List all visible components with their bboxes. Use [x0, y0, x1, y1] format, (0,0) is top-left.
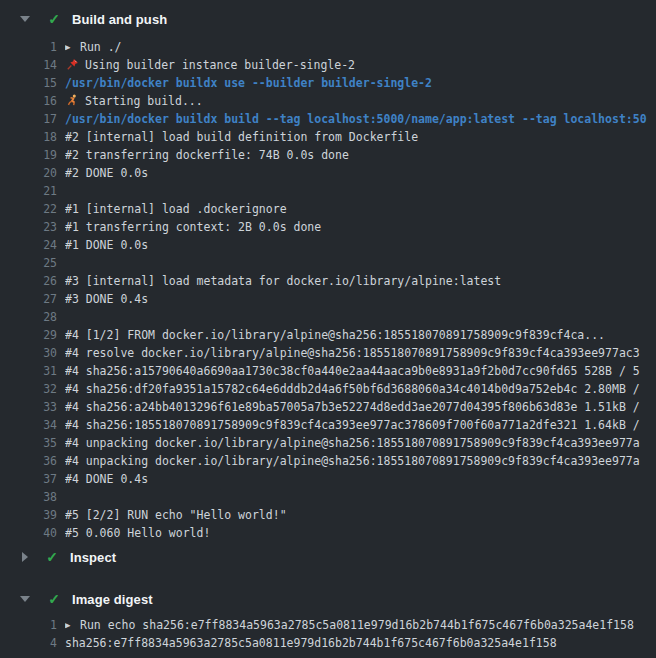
log-line-number[interactable]: 26	[0, 272, 57, 290]
log-line-number[interactable]: 34	[0, 416, 57, 434]
log-line-text: sha256:e7ff8834a5963a2785c5a0811e979d16b…	[65, 634, 656, 652]
log-line-number[interactable]: 21	[0, 182, 57, 200]
log-line-number[interactable]: 39	[0, 506, 57, 524]
log-line: 21	[0, 182, 656, 200]
log-line: 32#4 sha256:df20fa9351a15782c64e6dddb2d4…	[0, 380, 656, 398]
log-line-number[interactable]: 1	[0, 616, 57, 634]
log-line-text: /usr/bin/docker buildx build --tag local…	[65, 110, 656, 128]
log-line-text: #4 sha256:185518070891758909c9f839cf4ca3…	[65, 416, 656, 434]
log-line: 23#1 transferring context: 2B 0.0s done	[0, 218, 656, 236]
pushpin-icon	[65, 58, 80, 71]
log-line-number[interactable]: 23	[0, 218, 57, 236]
log-line-text: #2 DONE 0.0s	[65, 164, 656, 182]
log-line-number[interactable]: 4	[0, 634, 57, 652]
log-line-text: Starting build...	[65, 92, 656, 110]
log-line-text: #4 unpacking docker.io/library/alpine@sh…	[65, 452, 656, 470]
log-line: 19#2 transferring dockerfile: 74B 0.0s d…	[0, 146, 656, 164]
log-line: 17/usr/bin/docker buildx build --tag loc…	[0, 110, 656, 128]
section-build-and-push: ✓ Build and push 1▶Run ./14Using builder…	[0, 6, 656, 542]
log-line-number[interactable]: 20	[0, 164, 57, 182]
log-line: 33#4 sha256:a24bb4013296f61e89ba57005a7b…	[0, 398, 656, 416]
log-line-number[interactable]: 31	[0, 362, 57, 380]
log-line-number[interactable]: 35	[0, 434, 57, 452]
log-line-number[interactable]: 17	[0, 110, 57, 128]
chevron-down-icon[interactable]	[20, 16, 30, 22]
log-line-number[interactable]: 22	[0, 200, 57, 218]
log-line-number[interactable]: 32	[0, 380, 57, 398]
section-title-inspect: Inspect	[70, 550, 116, 565]
log-line-number[interactable]: 37	[0, 470, 57, 488]
log-line: 39#5 [2/2] RUN echo "Hello world!"	[0, 506, 656, 524]
expand-group-icon[interactable]: ▶	[65, 38, 80, 56]
log-line-number[interactable]: 27	[0, 290, 57, 308]
log-line-number[interactable]: 25	[0, 254, 57, 272]
log-line-text: #2 transferring dockerfile: 74B 0.0s don…	[65, 146, 656, 164]
log-line-text: #1 DONE 0.0s	[65, 236, 656, 254]
log-line-text: #4 DONE 0.4s	[65, 470, 656, 488]
log-line: 27#3 DONE 0.4s	[0, 290, 656, 308]
log-line: 1▶Run ./	[0, 38, 656, 56]
log-line: 40#5 0.060 Hello world!	[0, 524, 656, 542]
log-line: 16Starting build...	[0, 92, 656, 110]
log-line-number[interactable]: 14	[0, 56, 57, 74]
section-header-image-digest[interactable]: ✓ Image digest	[0, 586, 656, 612]
section-title-image-digest: Image digest	[72, 592, 153, 607]
log-line: 18#2 [internal] load build definition fr…	[0, 128, 656, 146]
runner-icon	[65, 94, 80, 107]
log-line-text: #5 0.060 Hello world!	[65, 524, 656, 542]
log-line-number[interactable]: 29	[0, 326, 57, 344]
section-header-inspect[interactable]: ✓ Inspect	[0, 544, 656, 570]
log-line-number[interactable]: 38	[0, 488, 57, 506]
log-line-text	[65, 254, 656, 272]
log-line-number[interactable]: 16	[0, 92, 57, 110]
log-line: 22#1 [internal] load .dockerignore	[0, 200, 656, 218]
log-line-text: #4 resolve docker.io/library/alpine@sha2…	[65, 344, 656, 362]
chevron-down-icon[interactable]	[20, 596, 30, 602]
log-line: 26#3 [internal] load metadata for docker…	[0, 272, 656, 290]
log-line-number[interactable]: 28	[0, 308, 57, 326]
chevron-right-icon[interactable]	[22, 552, 28, 562]
log-line-text: #3 [internal] load metadata for docker.i…	[65, 272, 656, 290]
log-line: 28	[0, 308, 656, 326]
log-line-text: #4 sha256:a15790640a6690aa1730c38cf0a440…	[65, 362, 656, 380]
log-line-text	[65, 488, 656, 506]
log-line: 14Using builder instance builder-single-…	[0, 56, 656, 74]
log-line-text: #1 transferring context: 2B 0.0s done	[65, 218, 656, 236]
section-image-digest: ✓ Image digest 1▶Run echo sha256:e7ff883…	[0, 586, 656, 652]
log-line-number[interactable]: 18	[0, 128, 57, 146]
log-line: 20#2 DONE 0.0s	[0, 164, 656, 182]
expand-group-icon[interactable]: ▶	[65, 616, 80, 634]
log-line-text: /usr/bin/docker buildx use --builder bui…	[65, 74, 656, 92]
log-group-toggle[interactable]: ▶Run ./	[65, 38, 656, 56]
log-line-number[interactable]: 36	[0, 452, 57, 470]
section-inspect: ✓ Inspect	[0, 544, 656, 570]
log-line-number[interactable]: 24	[0, 236, 57, 254]
log-line: 29#4 [1/2] FROM docker.io/library/alpine…	[0, 326, 656, 344]
log-line-number[interactable]: 15	[0, 74, 57, 92]
log-line-text	[65, 182, 656, 200]
log-line-text: #5 [2/2] RUN echo "Hello world!"	[65, 506, 656, 524]
log-line-number[interactable]: 19	[0, 146, 57, 164]
log-line: 35#4 unpacking docker.io/library/alpine@…	[0, 434, 656, 452]
log-line: 30#4 resolve docker.io/library/alpine@sh…	[0, 344, 656, 362]
log-line-number[interactable]: 1	[0, 38, 57, 56]
log-lines-build-and-push: 1▶Run ./14Using builder instance builder…	[0, 38, 656, 542]
section-header-build-and-push[interactable]: ✓ Build and push	[0, 6, 656, 32]
log-line-number[interactable]: 40	[0, 524, 57, 542]
log-line: 37#4 DONE 0.4s	[0, 470, 656, 488]
section-title-build-and-push: Build and push	[72, 12, 167, 27]
log-line-text: #3 DONE 0.4s	[65, 290, 656, 308]
log-line: 1▶Run echo sha256:e7ff8834a5963a2785c5a0…	[0, 616, 656, 634]
log-line-text: #4 sha256:df20fa9351a15782c64e6dddb2d4a6…	[65, 380, 656, 398]
log-line-text: #1 [internal] load .dockerignore	[65, 200, 656, 218]
log-line-number[interactable]: 33	[0, 398, 57, 416]
check-success-icon: ✓	[46, 591, 62, 607]
log-line-number[interactable]: 30	[0, 344, 57, 362]
log-group-toggle[interactable]: ▶Run echo sha256:e7ff8834a5963a2785c5a08…	[65, 616, 656, 634]
log-line: 4sha256:e7ff8834a5963a2785c5a0811e979d16…	[0, 634, 656, 652]
log-line-text: Using builder instance builder-single-2	[65, 56, 656, 74]
workflow-log-viewer: ✓ Build and push 1▶Run ./14Using builder…	[0, 6, 656, 652]
log-line-text	[65, 308, 656, 326]
log-lines-image-digest: 1▶Run echo sha256:e7ff8834a5963a2785c5a0…	[0, 616, 656, 652]
log-line-text: #2 [internal] load build definition from…	[65, 128, 656, 146]
